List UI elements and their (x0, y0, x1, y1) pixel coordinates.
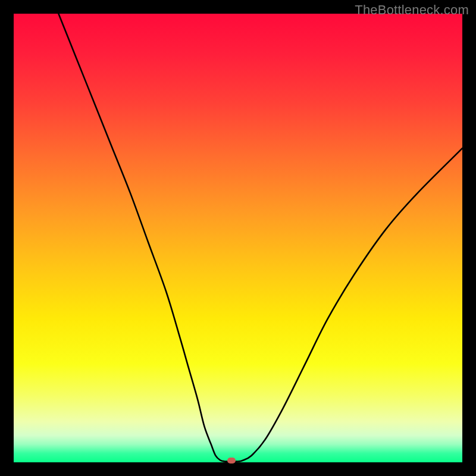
bottleneck-curve (14, 14, 462, 462)
optimum-marker (227, 458, 236, 464)
plot-area (14, 14, 462, 462)
curve-path (58, 14, 462, 462)
watermark-text: TheBottleneck.com (355, 2, 469, 18)
chart-frame: TheBottleneck.com (0, 0, 476, 476)
